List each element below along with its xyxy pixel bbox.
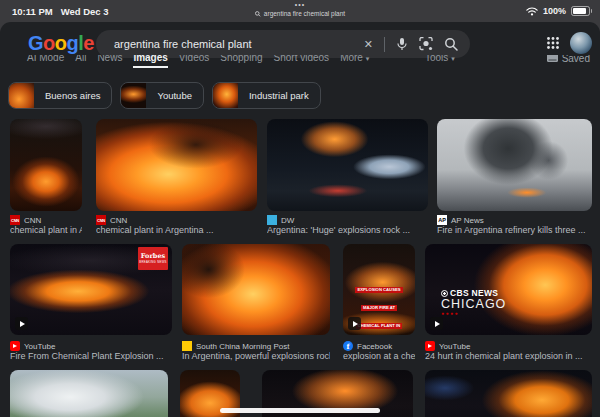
forbes-badge: Forbes BREAKING NEWS [138, 247, 168, 270]
google-lens-icon[interactable] [419, 37, 433, 51]
saved-button[interactable]: Saved [547, 55, 590, 64]
microphone-icon[interactable] [396, 37, 408, 51]
cbs-eye-icon [441, 290, 448, 297]
youtube-icon [10, 341, 20, 351]
image-result-thumbnail[interactable] [10, 370, 168, 417]
video-result-thumbnail[interactable]: Forbes BREAKING NEWS [10, 244, 172, 335]
result-source: CNN CNN [96, 215, 257, 225]
result-source: YouTube [425, 341, 592, 351]
video-result-thumbnail[interactable]: EXPLOSION CAUSES MAJOR FIRE AT CHEMICAL … [343, 244, 415, 335]
date: Wed Dec 3 [61, 6, 109, 17]
chip-thumbnail [9, 83, 34, 108]
result-source: YouTube [10, 341, 172, 351]
apps-grid-icon[interactable] [546, 36, 560, 50]
search-icon [255, 11, 261, 17]
status-bar: 10:11 PM Wed Dec 3 ••• argentina fire ch… [0, 0, 600, 22]
image-result-thumbnail[interactable] [10, 119, 82, 211]
battery-percent: 100% [543, 6, 566, 16]
dw-icon [267, 215, 277, 225]
image-result-thumbnail[interactable] [425, 370, 592, 417]
result-title[interactable]: In Argentina, powerful explosions rock .… [182, 351, 330, 361]
chip-thumbnail [213, 83, 238, 108]
tab-more[interactable]: More ▾ [340, 55, 369, 66]
result-title[interactable]: Fire in Argentina refinery kills three .… [437, 225, 592, 235]
tools-button[interactable]: Tools ▾ [425, 55, 455, 63]
result-title[interactable]: Fire From Chemical Plant Explosion ... [10, 351, 172, 361]
chevron-down-icon: ▾ [451, 55, 455, 62]
play-icon [348, 317, 361, 330]
refinement-chips: Buenos aires Youtube Industrial park [8, 82, 321, 109]
result-tabs: AI Mode All News Images Videos Shopping … [0, 55, 600, 74]
search-submit-icon[interactable] [444, 37, 458, 51]
tab-images[interactable]: Images [133, 55, 167, 68]
divider [384, 37, 385, 52]
image-result-thumbnail[interactable] [96, 119, 257, 211]
status-search-query: argentina fire chemical plant [255, 9, 345, 18]
tab-news[interactable]: News [97, 55, 122, 66]
browser-window: Google ✕ [0, 22, 600, 417]
collections-icon [547, 55, 558, 63]
image-result-thumbnail[interactable] [267, 119, 428, 211]
chevron-down-icon: ▾ [366, 55, 370, 62]
ap-news-icon: AP [437, 215, 447, 225]
tab-videos[interactable]: Videos [179, 55, 209, 66]
tab-ai-mode[interactable]: AI Mode [27, 55, 64, 66]
result-title[interactable]: chemical plant in A... [10, 225, 82, 235]
profile-avatar[interactable] [570, 32, 592, 54]
result-title[interactable]: chemical plant in Argentina ... [96, 225, 257, 235]
result-source: f Facebook [343, 341, 415, 351]
home-indicator[interactable] [220, 408, 380, 413]
tab-shopping[interactable]: Shopping [220, 55, 262, 66]
battery-icon [571, 6, 590, 16]
result-title[interactable]: explosion at a che... [343, 351, 415, 361]
chip-industrial-park[interactable]: Industrial park [212, 82, 321, 109]
chip-youtube[interactable]: Youtube [120, 82, 204, 109]
result-title[interactable]: Argentina: 'Huge' explosions rock ... [267, 225, 428, 235]
result-source: AP AP News [437, 215, 592, 225]
screen: 10:11 PM Wed Dec 3 ••• argentina fire ch… [0, 0, 600, 417]
search-bar[interactable]: ✕ [96, 30, 470, 58]
cnn-icon: CNN [10, 215, 20, 225]
youtube-icon [425, 341, 435, 351]
cnn-icon: CNN [96, 215, 106, 225]
result-title[interactable]: 24 hurt in chemical plant explosion in .… [425, 351, 592, 361]
chip-thumbnail [121, 83, 146, 108]
cbs-news-chicago-logo: CBS NEWS CHICAGO ●●●● [441, 288, 506, 316]
status-right: 100% [526, 0, 590, 22]
status-left: 10:11 PM Wed Dec 3 [12, 0, 109, 22]
tab-short-videos[interactable]: Short videos [274, 55, 330, 66]
status-center: ••• argentina fire chemical plant [255, 1, 345, 18]
search-input[interactable] [112, 37, 364, 51]
play-icon [15, 317, 28, 330]
result-source: South China Morning Post [182, 341, 330, 351]
tab-all[interactable]: All [75, 55, 86, 66]
chip-buenos-aires[interactable]: Buenos aires [8, 82, 112, 109]
facebook-icon: f [343, 341, 353, 351]
image-result-thumbnail[interactable] [182, 244, 330, 335]
image-result-thumbnail[interactable] [437, 119, 592, 211]
result-source: DW [267, 215, 428, 225]
wifi-icon [526, 7, 538, 16]
result-source: CNN CNN [10, 215, 82, 225]
video-result-thumbnail[interactable]: CBS NEWS CHICAGO ●●●● [425, 244, 592, 335]
google-logo[interactable]: Google [28, 30, 94, 56]
ellipsis-icon: ••• [255, 1, 345, 9]
clock: 10:11 PM [12, 6, 53, 17]
clear-icon[interactable]: ✕ [364, 39, 373, 50]
scmp-icon [182, 341, 192, 351]
play-icon [430, 317, 443, 330]
